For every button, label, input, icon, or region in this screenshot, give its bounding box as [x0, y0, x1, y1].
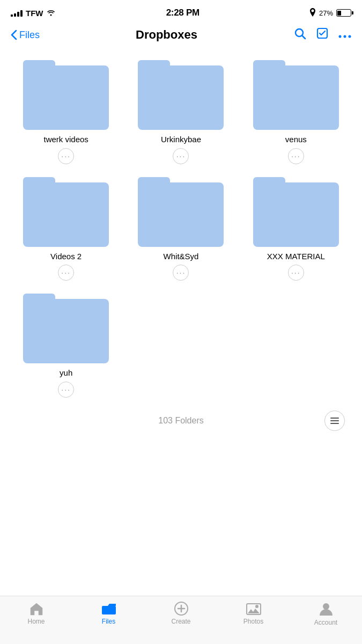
more-icon[interactable] — [338, 28, 351, 42]
tab-files-label: Files — [102, 618, 115, 625]
wifi-icon — [46, 9, 56, 18]
content-area: twerk videos ··· Urkinkybae ··· venus ··… — [0, 49, 362, 485]
list-view-button[interactable] — [324, 411, 345, 431]
status-bar: TFW 2:28 PM 27% — [0, 0, 362, 23]
svg-point-5 — [349, 35, 351, 38]
home-icon — [29, 602, 44, 616]
svg-line-1 — [302, 36, 306, 39]
tab-photos[interactable]: Photos — [235, 602, 272, 625]
status-right: 27% — [309, 8, 351, 18]
folder-grid: twerk videos ··· Urkinkybae ··· venus ··… — [9, 55, 353, 405]
folder-icon — [23, 294, 109, 363]
folder-more-button[interactable]: ··· — [288, 148, 304, 164]
folder-name: Urkinkybae — [161, 134, 201, 145]
svg-point-10 — [255, 605, 258, 608]
create-icon — [174, 602, 188, 616]
folder-name: yuh — [60, 368, 72, 378]
folder-item[interactable]: Videos 2 ··· — [9, 172, 123, 289]
navigation-bar: Files Dropboxes — [0, 23, 362, 49]
folder-count-label: 103 Folders — [158, 416, 204, 426]
folder-name: Videos 2 — [50, 251, 82, 262]
folder-item[interactable]: twerk videos ··· — [9, 55, 123, 172]
svg-rect-6 — [102, 606, 116, 614]
folder-icon — [23, 177, 109, 247]
folder-name: Whit&Syd — [164, 251, 199, 262]
folder-more-button[interactable]: ··· — [173, 148, 189, 164]
battery-icon — [336, 9, 351, 17]
location-icon — [309, 8, 316, 18]
page-title: Dropboxes — [136, 28, 197, 42]
files-icon — [101, 602, 117, 616]
tab-files[interactable]: Files — [90, 602, 128, 625]
carrier-label: TFW — [26, 9, 43, 18]
folder-icon — [138, 60, 224, 130]
folder-more-button[interactable]: ··· — [58, 265, 74, 281]
battery-percent: 27% — [319, 9, 333, 17]
account-icon — [319, 602, 333, 617]
photos-icon — [246, 602, 262, 616]
tab-account-label: Account — [314, 619, 337, 626]
tab-home[interactable]: Home — [18, 602, 55, 625]
folder-icon — [23, 60, 109, 130]
svg-point-12 — [323, 603, 329, 610]
folder-icon — [138, 177, 224, 247]
tab-account[interactable]: Account — [307, 602, 345, 626]
folder-item[interactable]: XXX MATERIAL ··· — [239, 172, 353, 289]
time-display: 2:28 PM — [166, 8, 200, 18]
folder-icon — [253, 60, 339, 130]
folder-name: XXX MATERIAL — [267, 251, 325, 262]
folder-name: venus — [285, 134, 307, 145]
tab-photos-label: Photos — [243, 618, 263, 625]
tab-home-label: Home — [27, 618, 45, 625]
folder-item[interactable]: yuh ··· — [9, 288, 123, 405]
tab-create-label: Create — [171, 618, 190, 625]
folder-name: twerk videos — [43, 134, 88, 145]
svg-point-4 — [344, 35, 346, 38]
folder-more-button[interactable]: ··· — [58, 148, 74, 164]
select-icon[interactable] — [316, 27, 329, 43]
back-button[interactable]: Files — [11, 30, 40, 41]
tab-create[interactable]: Create — [162, 602, 200, 625]
tab-bar: Home Files Create Photos Account — [0, 596, 362, 644]
svg-point-3 — [339, 35, 342, 38]
folder-item[interactable]: Urkinkybae ··· — [123, 55, 238, 172]
folder-more-button[interactable]: ··· — [173, 265, 189, 281]
signal-bars — [11, 9, 23, 17]
nav-actions — [293, 27, 351, 43]
folder-icon — [253, 177, 339, 247]
status-left: TFW — [11, 9, 56, 18]
back-label: Files — [19, 30, 40, 41]
folder-count-bar: 103 Folders — [9, 405, 353, 431]
folder-more-button[interactable]: ··· — [288, 265, 304, 281]
search-icon[interactable] — [293, 27, 306, 43]
folder-item[interactable]: Whit&Syd ··· — [123, 172, 238, 289]
folder-item[interactable]: venus ··· — [239, 55, 353, 172]
folder-more-button[interactable]: ··· — [58, 382, 74, 398]
